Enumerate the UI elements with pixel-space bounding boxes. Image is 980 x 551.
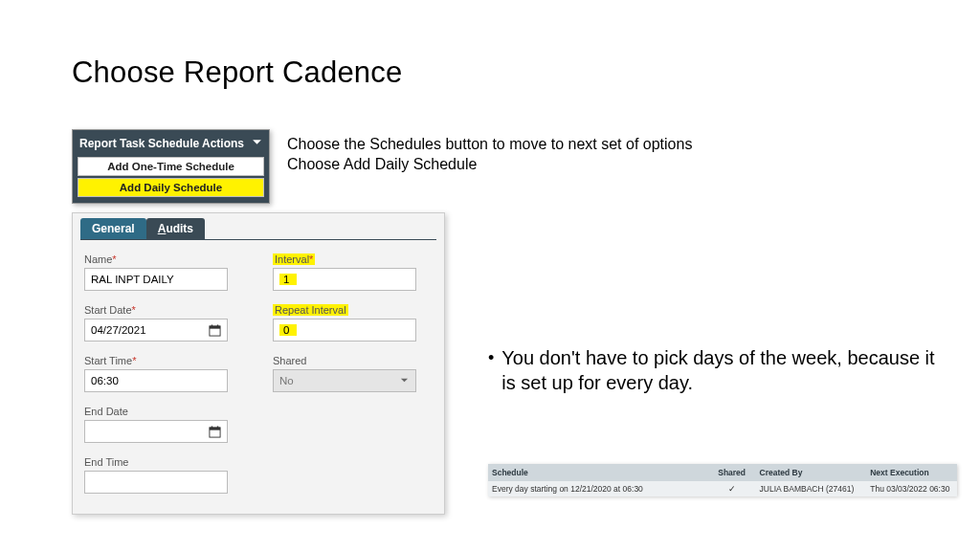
name-input-field[interactable] xyxy=(91,269,221,290)
interval-input[interactable]: 1 xyxy=(273,268,416,291)
instruction-text: Choose the Schedules button to move to n… xyxy=(287,135,692,175)
cell-schedule: Every day starting on 12/21/2020 at 06:3… xyxy=(492,484,704,494)
form-column-right: Interval* 1 Repeat Interval 0 Shared No xyxy=(273,250,433,503)
name-label-text: Name xyxy=(84,253,112,265)
repeat-interval-value: 0 xyxy=(279,324,297,336)
table-row[interactable]: Every day starting on 12/21/2020 at 06:3… xyxy=(488,481,957,496)
required-asterisk: * xyxy=(309,253,313,265)
instruction-line-1: Choose the Schedules button to move to n… xyxy=(287,135,692,155)
end-date-input[interactable] xyxy=(84,420,228,443)
header-next-execution: Next Execution xyxy=(870,468,953,477)
chevron-down-icon xyxy=(252,137,262,150)
interval-label-text: Interval xyxy=(275,253,309,265)
end-time-input-field[interactable] xyxy=(91,472,221,493)
start-date-input[interactable]: 04/27/2021 xyxy=(84,319,228,342)
form-column-left: Name* Start Date* 04/27/2021 Start Time* xyxy=(84,250,244,503)
table-header-row: Schedule Shared Created By Next Executio… xyxy=(488,464,957,481)
cell-next-execution: Thu 03/03/2022 06:30 xyxy=(870,484,953,494)
required-asterisk: * xyxy=(132,304,136,316)
shared-select[interactable]: No xyxy=(273,369,416,392)
svg-rect-5 xyxy=(209,427,219,430)
header-created-by: Created By xyxy=(760,468,871,477)
required-asterisk: * xyxy=(112,253,116,265)
name-label: Name* xyxy=(84,253,117,265)
end-time-input[interactable] xyxy=(84,471,228,494)
end-time-label: End Time xyxy=(84,456,128,468)
add-daily-schedule-button[interactable]: Add Daily Schedule xyxy=(78,178,264,197)
dropdown-title: Report Task Schedule Actions xyxy=(79,137,244,150)
svg-rect-1 xyxy=(209,325,219,328)
schedule-form-panel: General Audits Name* Start Date* 04/27/2… xyxy=(72,212,445,515)
calendar-icon[interactable] xyxy=(208,323,221,337)
add-one-time-schedule-button[interactable]: Add One-Time Schedule xyxy=(78,157,264,176)
required-asterisk: * xyxy=(132,355,136,366)
report-task-schedule-actions-menu[interactable]: Report Task Schedule Actions Add One-Tim… xyxy=(72,129,270,204)
tab-general[interactable]: General xyxy=(80,218,146,239)
name-input[interactable] xyxy=(84,268,228,291)
bullet-dot-icon: • xyxy=(488,346,494,395)
interval-value: 1 xyxy=(279,274,297,285)
start-time-input[interactable] xyxy=(84,369,228,392)
calendar-icon[interactable] xyxy=(208,425,221,438)
cell-created-by: JULIA BAMBACH (27461) xyxy=(760,484,871,494)
cell-shared-check-icon: ✓ xyxy=(704,484,760,494)
start-date-label-text: Start Date xyxy=(84,304,132,316)
end-date-label: End Date xyxy=(84,406,128,417)
bullet-text: You don't have to pick days of the week,… xyxy=(501,346,938,395)
header-shared: Shared xyxy=(704,468,760,477)
schedule-summary-table: Schedule Shared Created By Next Executio… xyxy=(488,464,957,496)
start-date-label: Start Date* xyxy=(84,304,136,316)
repeat-interval-input[interactable]: 0 xyxy=(273,319,416,342)
svg-rect-3 xyxy=(216,324,217,327)
svg-rect-2 xyxy=(211,324,212,327)
shared-value: No xyxy=(279,375,400,386)
page-title: Choose Report Cadence xyxy=(72,55,402,90)
svg-rect-6 xyxy=(211,426,212,429)
start-time-label: Start Time* xyxy=(84,355,136,366)
repeat-interval-label: Repeat Interval xyxy=(273,304,348,316)
tab-audits[interactable]: Audits xyxy=(146,218,205,239)
chevron-down-icon xyxy=(400,376,410,386)
audits-rest: udits xyxy=(166,222,193,235)
shared-label: Shared xyxy=(273,355,306,366)
instruction-line-2: Choose Add Daily Schedule xyxy=(287,155,692,175)
interval-label: Interval* xyxy=(273,253,315,265)
svg-rect-7 xyxy=(216,426,217,429)
start-time-label-text: Start Time xyxy=(84,355,132,366)
dropdown-header[interactable]: Report Task Schedule Actions xyxy=(78,134,264,155)
start-time-input-field[interactable] xyxy=(91,370,221,391)
explanatory-bullet: • You don't have to pick days of the wee… xyxy=(488,346,938,395)
start-date-value: 04/27/2021 xyxy=(91,324,208,336)
header-schedule: Schedule xyxy=(492,468,704,477)
